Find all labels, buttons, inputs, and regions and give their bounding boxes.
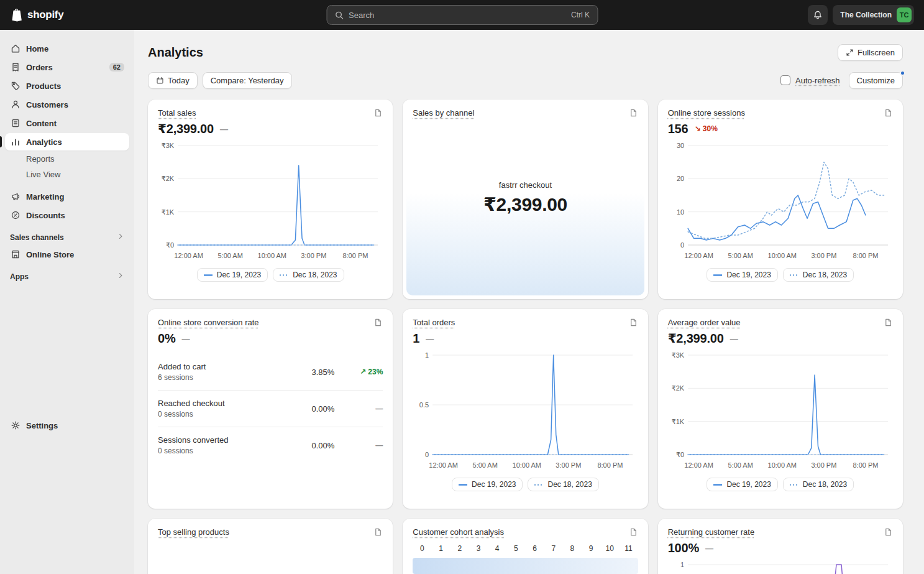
compare-label: Compare: Yesterday xyxy=(211,76,284,85)
legend-label: Dec 18, 2023 xyxy=(803,480,847,489)
sidebar-item-online-store[interactable]: Online Store xyxy=(5,246,129,263)
fullscreen-button[interactable]: Fullscreen xyxy=(838,44,903,61)
export-report-icon[interactable] xyxy=(629,527,638,537)
orders-icon xyxy=(10,62,21,73)
sidebar-item-products[interactable]: Products xyxy=(5,77,129,95)
card-title[interactable]: Online store sessions xyxy=(668,108,745,118)
store-name: The Collection xyxy=(840,11,892,19)
sidebar-item-analytics[interactable]: Analytics xyxy=(5,133,129,150)
card-title[interactable]: Average order value xyxy=(668,318,741,327)
customize-label: Customize xyxy=(857,76,895,85)
legend-dec19[interactable]: Dec 19, 2023 xyxy=(707,478,777,491)
svg-text:₹3K: ₹3K xyxy=(671,351,684,359)
funnel-step-sessions: 0 sessions xyxy=(158,447,228,455)
legend-label: Dec 18, 2023 xyxy=(803,271,847,279)
notifications-button[interactable] xyxy=(808,5,828,25)
sidebar-item-marketing[interactable]: Marketing xyxy=(5,188,129,205)
export-report-icon[interactable] xyxy=(884,108,893,118)
export-report-icon[interactable] xyxy=(373,318,383,327)
card-title[interactable]: Top selling products xyxy=(158,527,229,537)
cohort-col: 7 xyxy=(544,544,563,553)
legend-dec18[interactable]: Dec 18, 2023 xyxy=(528,478,598,491)
svg-text:8:00 PM: 8:00 PM xyxy=(853,252,878,259)
chevron-right-icon xyxy=(117,233,124,242)
metric-change-down: ↘ 30% xyxy=(694,124,717,133)
funnel-step-label: Sessions converted xyxy=(158,435,228,445)
shopify-logo[interactable]: shopify xyxy=(10,8,63,22)
metric-value: 156 xyxy=(668,122,688,136)
card-title[interactable]: Customer cohort analysis xyxy=(413,527,504,537)
sidebar-item-customers[interactable]: Customers xyxy=(5,96,129,113)
auto-refresh-toggle[interactable]: Auto-refresh xyxy=(780,75,840,85)
metric-value: ₹2,399.00 xyxy=(158,121,214,136)
analytics-page: Analytics Fullscreen Today Compare: Yest… xyxy=(134,30,924,574)
cohort-col: 2 xyxy=(451,544,469,553)
sidebar-item-settings[interactable]: Settings xyxy=(5,417,129,434)
discounts-icon xyxy=(10,210,21,221)
export-report-icon[interactable] xyxy=(629,318,638,327)
cohort-col: 11 xyxy=(619,544,638,553)
sidebar: Home Orders 62 Products Customers Conten… xyxy=(0,30,134,574)
export-report-icon[interactable] xyxy=(884,527,893,537)
card-title[interactable]: Sales by channel xyxy=(413,108,474,118)
legend-dec19[interactable]: Dec 19, 2023 xyxy=(707,268,777,282)
store-menu[interactable]: The Collection TC xyxy=(833,5,914,25)
sidebar-item-discounts[interactable]: Discounts xyxy=(5,206,129,224)
customize-button[interactable]: Customize xyxy=(849,72,903,89)
date-range-button[interactable]: Today xyxy=(148,72,198,89)
sales-channels-section[interactable]: Sales channels xyxy=(5,225,129,246)
card-title[interactable]: Total orders xyxy=(413,318,455,327)
channel-amount: ₹2,399.00 xyxy=(403,193,647,215)
cohort-col: 5 xyxy=(506,544,525,553)
chevron-right-icon xyxy=(117,272,124,281)
total-sales-card: Total sales ₹2,399.00 — ₹3K₹2K₹1K₹012:00… xyxy=(148,100,393,299)
export-report-icon[interactable] xyxy=(884,318,893,327)
legend-dec19[interactable]: Dec 19, 2023 xyxy=(452,478,523,491)
card-title[interactable]: Total sales xyxy=(158,108,196,118)
card-title[interactable]: Returning customer rate xyxy=(668,527,754,537)
cohort-col: 8 xyxy=(563,544,582,553)
metric-change: — xyxy=(426,334,434,343)
funnel-step-sessions: 0 sessions xyxy=(158,410,225,419)
funnel-step-rate: 0.00% xyxy=(311,441,334,450)
funnel-step-label: Reached checkout xyxy=(158,399,225,408)
svg-text:₹0: ₹0 xyxy=(166,241,174,249)
sidebar-item-home[interactable]: Home xyxy=(5,40,129,57)
customers-icon xyxy=(10,99,21,110)
legend-label: Dec 19, 2023 xyxy=(472,480,516,489)
legend-dec18[interactable]: Dec 18, 2023 xyxy=(273,268,344,282)
svg-text:20: 20 xyxy=(677,175,684,182)
legend-label: Dec 18, 2023 xyxy=(293,271,337,279)
legend-dec19[interactable]: Dec 19, 2023 xyxy=(197,268,268,282)
sidebar-item-label: Marketing xyxy=(26,192,64,201)
legend-dec18[interactable]: Dec 18, 2023 xyxy=(783,478,854,491)
svg-text:3:00 PM: 3:00 PM xyxy=(556,461,582,469)
sidebar-item-reports[interactable]: Reports xyxy=(5,152,129,166)
sidebar-item-label: Customers xyxy=(26,100,68,109)
search-icon xyxy=(334,11,344,20)
solid-line-swatch xyxy=(713,274,722,276)
card-title[interactable]: Online store conversion rate xyxy=(158,318,259,327)
search-input[interactable]: Search Ctrl K xyxy=(326,5,598,25)
auto-refresh-label: Auto-refresh xyxy=(795,76,840,85)
export-report-icon[interactable] xyxy=(373,527,383,537)
metric-change: — xyxy=(730,334,738,343)
sidebar-item-live-view[interactable]: Live View xyxy=(5,167,129,182)
auto-refresh-checkbox[interactable] xyxy=(780,75,790,85)
sidebar-item-label: Analytics xyxy=(26,137,62,147)
sales-by-channel-card: Sales by channel fastrr checkout ₹2,399.… xyxy=(403,100,647,299)
compare-button[interactable]: Compare: Yesterday xyxy=(203,72,292,89)
export-report-icon[interactable] xyxy=(629,108,638,118)
export-report-icon[interactable] xyxy=(373,108,383,118)
section-label: Apps xyxy=(10,272,29,281)
apps-section[interactable]: Apps xyxy=(5,264,129,285)
sidebar-item-orders[interactable]: Orders 62 xyxy=(5,58,129,76)
section-label: Sales channels xyxy=(10,233,64,242)
funnel-step-delta: — xyxy=(334,404,383,413)
funnel-step-rate: 3.85% xyxy=(311,368,334,377)
legend-dec18[interactable]: Dec 18, 2023 xyxy=(783,268,854,282)
dotted-line-swatch xyxy=(534,484,543,486)
sidebar-item-content[interactable]: Content xyxy=(5,114,129,132)
dotted-line-swatch xyxy=(790,274,798,276)
svg-text:12:00 AM: 12:00 AM xyxy=(684,461,713,469)
